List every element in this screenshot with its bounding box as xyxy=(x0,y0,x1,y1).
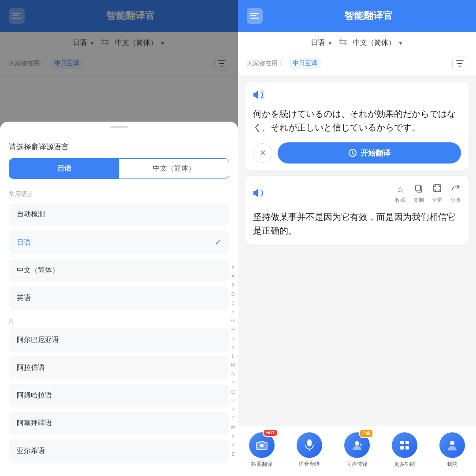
svg-point-17 xyxy=(450,441,454,445)
more-circle xyxy=(392,432,417,458)
svg-point-12 xyxy=(355,441,359,446)
bottom-navigation: HOT 拍照翻译 语音翻译 升级 xyxy=(238,426,476,476)
select-title: 请选择翻译源语言 xyxy=(0,131,238,158)
fullscreen-icon xyxy=(433,184,442,195)
right-target-arrow: ▼ xyxy=(398,40,403,46)
svg-rect-16 xyxy=(405,446,409,450)
copy-label: 复制 xyxy=(413,197,424,204)
option-japanese[interactable]: 日语 xyxy=(9,159,119,178)
profile-label: 我的 xyxy=(447,461,457,468)
lang-item-label: 阿姆哈拉语 xyxy=(17,391,52,400)
bottom-item-profile[interactable]: 我的 xyxy=(439,432,465,468)
share-icon xyxy=(451,184,460,195)
bottom-item-voice[interactable]: 语音翻译 xyxy=(297,432,322,468)
bottom-item-camera[interactable]: HOT 拍照翻译 xyxy=(249,432,275,468)
copy-action[interactable]: 复制 xyxy=(413,184,424,204)
share-label: 分享 xyxy=(450,197,461,204)
lang-item-amharic[interactable]: 阿姆哈拉语 xyxy=(9,384,229,407)
lang-item-label: 英语 xyxy=(17,294,31,303)
right-popular-label: 大家都在用： xyxy=(247,60,284,67)
camera-label: 拍照翻译 xyxy=(251,461,272,468)
language-select-modal: 请选择翻译源语言 日语 中文（简体） 常用语言 自动检测 日语 ✓ 中文（简体）… xyxy=(0,122,238,476)
svg-point-10 xyxy=(260,444,264,447)
copy-icon xyxy=(414,184,423,195)
lang-item-azerbaijani[interactable]: 阿塞拜疆语 xyxy=(9,412,229,435)
right-popular-bar: 大家都在用： 中日互译 xyxy=(238,52,476,77)
svg-rect-15 xyxy=(400,446,404,450)
lang-item-label: 中文（简体） xyxy=(17,266,59,275)
lang-item-yar[interactable]: 亚尔希语 xyxy=(9,439,229,463)
svg-rect-11 xyxy=(307,439,312,446)
lang-item-english[interactable]: 英语 xyxy=(9,286,229,310)
translate-btn-label: 开始翻译 xyxy=(361,148,390,158)
common-label: 常用语言 xyxy=(0,188,238,203)
svg-rect-8 xyxy=(416,185,420,191)
right-swap-icon[interactable] xyxy=(338,38,348,48)
cancel-button[interactable]: ✕ xyxy=(253,143,272,163)
modal-handle xyxy=(110,126,128,128)
source-translation-card: 何かを続けているのは、それが効果的だからではなく、それが正しいと信じているからで… xyxy=(245,82,469,171)
right-menu-icon[interactable] xyxy=(247,8,263,24)
result-sound-icon[interactable] xyxy=(253,188,264,200)
lang-item-japanese[interactable]: 日语 ✓ xyxy=(9,231,229,254)
translate-button[interactable]: 开始翻译 xyxy=(278,142,461,164)
voice-label: 语音翻译 xyxy=(299,461,320,468)
bottom-item-more[interactable]: 更多功能 xyxy=(392,432,417,468)
result-top-bar: ☆ 收藏 复制 xyxy=(253,184,461,204)
bottom-item-simultaneous[interactable]: 升级 同声传译 xyxy=(344,432,370,468)
alphabet-sidebar: # A B D E F G H J K L M N P Q R S T W X … xyxy=(228,263,238,458)
simultaneous-circle: 升级 xyxy=(344,432,370,458)
right-filter-button[interactable] xyxy=(452,56,467,71)
source-sound-icon[interactable] xyxy=(253,90,461,102)
svg-rect-4 xyxy=(250,15,257,17)
lang-item-label: 阿尔巴尼亚语 xyxy=(17,335,59,345)
lang-options: 日语 中文（简体） xyxy=(9,158,229,179)
svg-rect-13 xyxy=(400,441,404,444)
profile-circle xyxy=(439,432,465,458)
right-toolbar: 日语 ▼ 中文（简体） ▼ xyxy=(238,32,476,52)
card-actions: ✕ 开始翻译 xyxy=(253,142,461,164)
camera-circle: HOT xyxy=(249,432,275,458)
upgrade-badge: 升级 xyxy=(359,429,373,438)
svg-rect-3 xyxy=(250,13,259,14)
svg-rect-9 xyxy=(434,185,441,192)
lang-item-arabic[interactable]: 阿拉伯语 xyxy=(9,356,229,379)
right-target-lang-btn[interactable]: 中文（简体） ▼ xyxy=(353,38,403,48)
right-panel: 智能翻译官 日语 ▼ 中文（简体） ▼ 大家都在用： 中日互译 xyxy=(238,0,476,476)
source-text: 何かを続けているのは、それが効果的だからではなく、それが正しいと信じているからで… xyxy=(253,107,461,134)
right-source-lang-label: 日语 xyxy=(311,38,325,48)
left-panel: 智能翻译官 日语 ▼ 中文（简体） ▼ 大家都在用： 中日互译 请选择 xyxy=(0,0,238,476)
lang-item-label: 日语 xyxy=(17,238,31,247)
result-translation-card: ☆ 收藏 复制 xyxy=(245,176,469,245)
check-icon: ✓ xyxy=(215,238,221,247)
right-header: 智能翻译官 xyxy=(238,0,476,32)
right-popular-tag[interactable]: 中日互译 xyxy=(288,58,322,69)
favorite-action[interactable]: ☆ 收藏 xyxy=(395,184,405,204)
lang-item-chinese-simplified[interactable]: 中文（简体） xyxy=(9,259,229,282)
voice-circle xyxy=(297,432,322,458)
lang-item-label: 亚尔希语 xyxy=(17,446,45,456)
right-source-lang-btn[interactable]: 日语 ▼ xyxy=(311,38,333,48)
share-action[interactable]: 分享 xyxy=(450,184,461,204)
more-label: 更多功能 xyxy=(394,461,415,468)
right-source-arrow: ▼ xyxy=(327,40,333,46)
lang-item-label: 自动检测 xyxy=(17,210,45,219)
svg-rect-14 xyxy=(405,441,409,444)
lang-item-albanian[interactable]: 阿尔巴尼亚语 xyxy=(9,328,229,352)
star-icon: ☆ xyxy=(396,184,404,195)
favorite-label: 收藏 xyxy=(395,197,405,204)
section-a-label: A xyxy=(0,314,238,328)
simultaneous-label: 同声传译 xyxy=(346,461,368,468)
option-chinese[interactable]: 中文（简体） xyxy=(119,159,229,178)
lang-item-label: 阿拉伯语 xyxy=(17,363,45,372)
fire-badge: HOT xyxy=(263,429,278,437)
svg-rect-5 xyxy=(250,18,259,19)
result-text: 坚持做某事并不是因为它有效，而是因为我们相信它是正确的。 xyxy=(253,210,461,238)
app-title-right: 智能翻译官 xyxy=(270,9,467,22)
fullscreen-label: 全屏 xyxy=(432,197,443,204)
fullscreen-action[interactable]: 全屏 xyxy=(432,184,443,204)
result-actions: ☆ 收藏 复制 xyxy=(395,184,461,204)
right-target-lang-label: 中文（简体） xyxy=(353,38,395,48)
lang-item-label: 阿塞拜疆语 xyxy=(17,419,52,428)
lang-item-auto[interactable]: 自动检测 xyxy=(9,203,229,226)
